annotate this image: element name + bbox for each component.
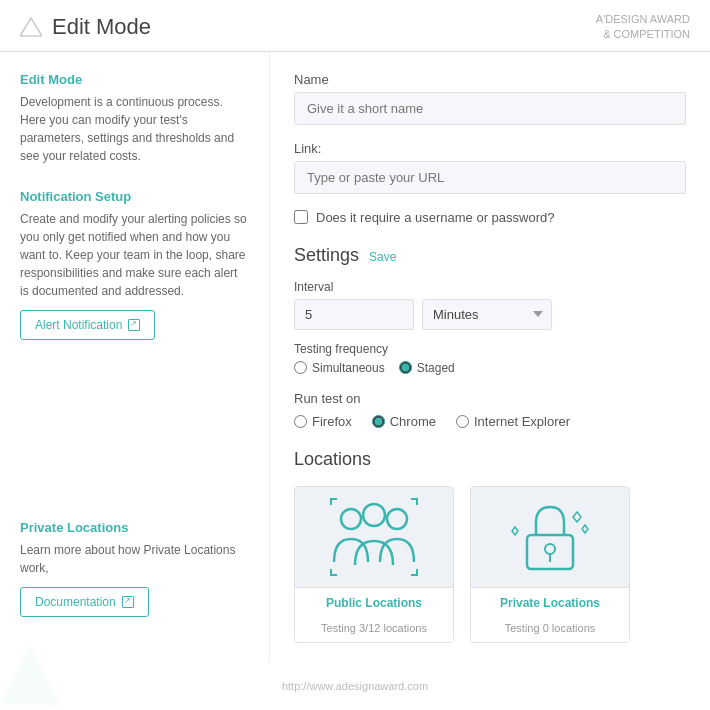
- run-test-section: Run test on Firefox Chrome Internet Expl…: [294, 391, 686, 429]
- sidebar-edit-mode-text: Development is a continuous process. Her…: [20, 93, 249, 165]
- sidebar-notification-title: Notification Setup: [20, 189, 249, 204]
- sidebar-private-locations-section: Private Locations Learn more about how P…: [20, 520, 249, 617]
- header: Edit Mode A'DESIGN AWARD & COMPETITION: [0, 0, 710, 52]
- alert-notification-label: Alert Notification: [35, 318, 122, 332]
- credentials-checkbox[interactable]: [294, 210, 308, 224]
- bottom-logo-icon: [0, 640, 60, 710]
- sidebar-edit-mode-section: Edit Mode Development is a continuous pr…: [20, 72, 249, 165]
- link-label: Link:: [294, 141, 686, 156]
- interval-input[interactable]: [294, 299, 414, 330]
- run-chrome-radio[interactable]: [372, 415, 385, 428]
- public-locations-card[interactable]: Public Locations Testing 3/12 locations: [294, 486, 454, 643]
- run-ie-option[interactable]: Internet Explorer: [456, 414, 570, 429]
- sidebar-notification-section: Notification Setup Create and modify you…: [20, 189, 249, 340]
- lock-icon: [505, 497, 595, 577]
- sidebar-private-locations-text: Learn more about how Private Locations w…: [20, 541, 249, 577]
- run-ie-radio[interactable]: [456, 415, 469, 428]
- freq-simultaneous-label: Simultaneous: [312, 361, 385, 375]
- save-link[interactable]: Save: [369, 250, 396, 264]
- locations-title: Locations: [294, 449, 686, 470]
- private-locations-button[interactable]: Private Locations: [471, 587, 629, 618]
- interval-label: Interval: [294, 280, 552, 294]
- svg-point-2: [387, 509, 407, 529]
- people-icon: [329, 497, 419, 577]
- freq-simultaneous-radio[interactable]: [294, 361, 307, 374]
- link-field-group: Link:: [294, 141, 686, 194]
- private-locations-image: [471, 487, 629, 587]
- settings-title: Settings: [294, 245, 359, 266]
- watermark: http://www.adesignaward.com: [0, 680, 710, 692]
- header-left: Edit Mode: [20, 14, 151, 40]
- external-link-icon: [128, 319, 140, 331]
- run-label: Run test on: [294, 391, 686, 406]
- freq-staged-radio[interactable]: [399, 361, 412, 374]
- run-ie-label: Internet Explorer: [474, 414, 570, 429]
- public-locations-sub: Testing 3/12 locations: [295, 618, 453, 642]
- main-layout: Edit Mode Development is a continuous pr…: [0, 52, 710, 663]
- private-locations-sub: Testing 0 locations: [471, 618, 629, 642]
- settings-header: Settings Save: [294, 245, 686, 266]
- svg-marker-7: [0, 645, 60, 705]
- docs-external-link-icon: [122, 596, 134, 608]
- sidebar-private-locations-title: Private Locations: [20, 520, 249, 535]
- run-firefox-option[interactable]: Firefox: [294, 414, 352, 429]
- sidebar-edit-mode-title: Edit Mode: [20, 72, 249, 87]
- public-locations-image: [295, 487, 453, 587]
- sidebar: Edit Mode Development is a continuous pr…: [0, 52, 270, 663]
- name-label: Name: [294, 72, 686, 87]
- run-firefox-radio[interactable]: [294, 415, 307, 428]
- run-chrome-option[interactable]: Chrome: [372, 414, 436, 429]
- private-locations-card[interactable]: Private Locations Testing 0 locations: [470, 486, 630, 643]
- svg-marker-0: [20, 18, 42, 36]
- documentation-label: Documentation: [35, 595, 116, 609]
- name-input[interactable]: [294, 92, 686, 125]
- testing-frequency-group: Testing frequency Simultaneous Staged: [294, 342, 455, 375]
- run-options: Firefox Chrome Internet Explorer: [294, 414, 686, 429]
- svg-point-3: [363, 504, 385, 526]
- public-locations-button[interactable]: Public Locations: [295, 587, 453, 618]
- link-input[interactable]: [294, 161, 686, 194]
- freq-label: Testing frequency: [294, 342, 455, 356]
- run-firefox-label: Firefox: [312, 414, 352, 429]
- svg-point-5: [545, 544, 555, 554]
- credentials-label[interactable]: Does it require a username or password?: [316, 210, 554, 225]
- interval-field: Interval Minutes Seconds Hours: [294, 280, 552, 330]
- locations-cards: Public Locations Testing 3/12 locations: [294, 486, 686, 643]
- name-field-group: Name: [294, 72, 686, 125]
- credentials-checkbox-row: Does it require a username or password?: [294, 210, 686, 225]
- documentation-button[interactable]: Documentation: [20, 587, 149, 617]
- locations-section: Locations: [294, 449, 686, 643]
- svg-point-1: [341, 509, 361, 529]
- freq-options: Simultaneous Staged: [294, 361, 455, 375]
- interval-unit-select[interactable]: Minutes Seconds Hours: [422, 299, 552, 330]
- svg-rect-4: [527, 535, 573, 569]
- content: Name Link: Does it require a username or…: [270, 52, 710, 663]
- page-title: Edit Mode: [52, 14, 151, 40]
- freq-simultaneous-option[interactable]: Simultaneous: [294, 361, 385, 375]
- logo-icon: [20, 16, 42, 38]
- freq-staged-label: Staged: [417, 361, 455, 375]
- alert-notification-button[interactable]: Alert Notification: [20, 310, 155, 340]
- sidebar-notification-text: Create and modify your alerting policies…: [20, 210, 249, 300]
- freq-staged-option[interactable]: Staged: [399, 361, 455, 375]
- settings-row: Interval Minutes Seconds Hours Testing f…: [294, 280, 686, 375]
- run-chrome-label: Chrome: [390, 414, 436, 429]
- brand-logo: A'DESIGN AWARD & COMPETITION: [596, 12, 690, 43]
